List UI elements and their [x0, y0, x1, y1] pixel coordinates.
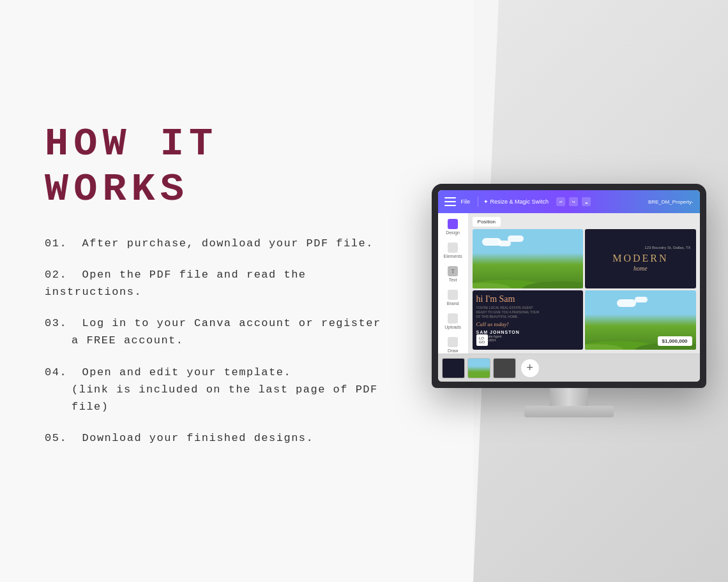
step-2-number: 02.	[45, 269, 67, 281]
canva-topbar: File ✦ Resize & Magic Switch ↩ ↪ ☁ BRE_D…	[438, 190, 700, 213]
template-3-body-text: YOU'RE LOCAL REAL ESTATE AGENTREADY TO G…	[476, 306, 580, 319]
content-area: HOW IT WORKS 01. After purchase, downloa…	[0, 0, 728, 582]
step-3-continuation: a FREE account.	[45, 332, 384, 349]
uploads-icon	[448, 313, 458, 324]
list-item: 05. Download your finished designs.	[45, 429, 384, 447]
template-3-greeting: hi I'm Sam	[476, 294, 580, 304]
undo-icon: ↩	[556, 197, 565, 206]
sidebar-text-label: Text	[449, 278, 457, 282]
sidebar-brand-label: Brand	[447, 301, 459, 306]
sidebar-elements-label: Elements	[443, 254, 462, 258]
canva-body: Design Elements T Text	[438, 213, 700, 354]
step-4-content: Open and edit your template.	[82, 366, 292, 378]
templates-grid: 123 Boundry St, Dallas, TX MODERN home h…	[473, 229, 696, 350]
template-3-cta: Call us today!	[476, 321, 580, 327]
monitor-stand-neck	[550, 388, 588, 406]
price-tag: $1,000,000	[658, 336, 692, 346]
step-3-text: 03. Log in to your Canva account or regi…	[45, 315, 384, 332]
template-3-agent-name: SAM JOHNSTON	[476, 330, 580, 334]
filmstrip-thumb-2[interactable]	[467, 358, 490, 378]
list-item: 04. Open and edit your template. (link i…	[45, 364, 384, 416]
canva-file-label: File	[461, 198, 471, 205]
right-panel: File ✦ Resize & Magic Switch ↩ ↪ ☁ BRE_D…	[422, 165, 728, 417]
step-2-content: Open the PDF file and read the instructi…	[45, 269, 307, 298]
step-4-continuation: (link is included on the last page of PD…	[45, 381, 384, 415]
left-panel: HOW IT WORKS 01. After purchase, downloa…	[0, 83, 422, 500]
list-item: 01. After purchase, download your PDF fi…	[45, 235, 384, 252]
canva-resize-label: ✦ Resize & Magic Switch	[483, 198, 549, 205]
step-3-number: 03.	[45, 317, 67, 329]
step-4-number: 04.	[45, 366, 67, 378]
brand-icon	[448, 290, 458, 300]
steps-list: 01. After purchase, download your PDF fi…	[45, 235, 384, 461]
canva-file-title: BRE_DM_Property-	[648, 199, 694, 205]
list-item: 02. Open the PDF file and read the instr…	[45, 266, 384, 301]
logo-placeholder: LOGO	[476, 334, 488, 346]
step-1-number: 01.	[45, 237, 67, 250]
sidebar-item-uploads[interactable]: Uploads	[438, 310, 468, 332]
filmstrip-thumb-3[interactable]	[493, 358, 516, 378]
sidebar-design-label: Design	[446, 230, 460, 235]
step-3-content: Log in to your Canva account or register	[82, 317, 381, 329]
text-icon: T	[448, 266, 458, 276]
template-card-4[interactable]: $1,000,000	[585, 290, 696, 350]
sidebar-item-text[interactable]: T Text	[438, 263, 468, 285]
template-card-2[interactable]: 123 Boundry St, Dallas, TX MODERN home	[585, 229, 696, 288]
topbar-divider	[478, 197, 478, 207]
canva-canvas-area: Position	[469, 213, 700, 354]
step-1-content: After purchase, download your PDF file.	[82, 237, 374, 250]
monitor-mockup: File ✦ Resize & Magic Switch ↩ ↪ ☁ BRE_D…	[432, 184, 706, 417]
canva-filmstrip: +	[438, 354, 700, 382]
template-card-1[interactable]	[473, 229, 584, 288]
redo-icon: ↪	[569, 197, 578, 206]
step-5-text: 05. Download your finished designs.	[45, 429, 384, 447]
step-5-content: Download your finished designs.	[82, 432, 314, 444]
monitor-body: File ✦ Resize & Magic Switch ↩ ↪ ☁ BRE_D…	[432, 184, 706, 388]
design-icon	[448, 219, 458, 229]
step-5-number: 05.	[45, 432, 67, 444]
list-item: 03. Log in to your Canva account or regi…	[45, 315, 384, 349]
sidebar-item-brand[interactable]: Brand	[438, 287, 468, 309]
sidebar-item-design[interactable]: Design	[438, 216, 468, 238]
template-2-title-line2: home	[633, 265, 648, 272]
filmstrip-add-button[interactable]: +	[521, 359, 539, 377]
template-2-address: 123 Boundry St, Dallas, TX	[644, 246, 690, 250]
canva-sidebar: Design Elements T Text	[438, 213, 469, 354]
position-bar: Position	[473, 217, 501, 227]
template-3-phone: 555.987.0654	[476, 338, 580, 342]
monitor-screen: File ✦ Resize & Magic Switch ↩ ↪ ☁ BRE_D…	[438, 190, 700, 382]
cloud-icon: ☁	[582, 197, 591, 206]
draw-icon	[448, 337, 458, 347]
sidebar-uploads-label: Uploads	[444, 325, 461, 329]
canva-action-icons: ↩ ↪ ☁	[556, 197, 591, 206]
page-title: HOW IT WORKS	[45, 121, 384, 212]
step-1-text: 01. After purchase, download your PDF fi…	[45, 235, 384, 252]
step-2-text: 02. Open the PDF file and read the instr…	[45, 266, 384, 301]
sidebar-draw-label: Draw	[448, 348, 458, 353]
sidebar-item-elements[interactable]: Elements	[438, 239, 468, 262]
hamburger-icon	[444, 197, 456, 206]
elements-icon	[448, 243, 458, 253]
monitor-stand-base	[524, 406, 614, 417]
step-4-text: 04. Open and edit your template.	[45, 364, 384, 381]
template-2-title-line1: MODERN	[612, 252, 668, 264]
template-card-3[interactable]: hi I'm Sam YOU'RE LOCAL REAL ESTATE AGEN…	[473, 290, 584, 350]
filmstrip-thumb-1[interactable]	[442, 358, 465, 378]
sidebar-item-draw[interactable]: Draw	[438, 334, 468, 354]
